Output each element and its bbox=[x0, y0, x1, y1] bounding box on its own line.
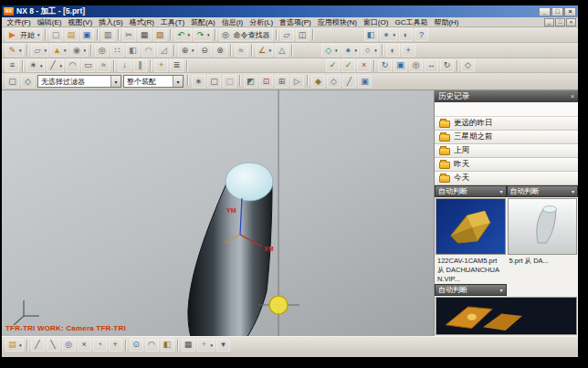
curve-snap-icon[interactable]: ◠ bbox=[145, 339, 159, 352]
cascade-windows-icon[interactable]: ◫ bbox=[296, 28, 310, 41]
fit-view-icon[interactable]: ▣ bbox=[394, 59, 407, 72]
zoom-icon[interactable]: ◎ bbox=[409, 59, 423, 72]
history-folder-row[interactable]: 更远的昨日 bbox=[435, 117, 578, 131]
mdi-restore-button[interactable]: □ bbox=[555, 18, 565, 26]
rectangle-icon[interactable]: ▭ bbox=[81, 59, 95, 72]
point-icon[interactable]: ∗▾ bbox=[26, 59, 45, 72]
undo-icon[interactable]: ↶▾ bbox=[174, 28, 193, 41]
ok-check-icon[interactable]: ✓ bbox=[326, 59, 340, 72]
menu-item[interactable]: 格式(R) bbox=[126, 17, 157, 27]
hole-icon[interactable]: ◎ bbox=[95, 44, 109, 57]
graphics-viewport[interactable]: YM XM TFR-TRI WORK: Camera TFR-TRI bbox=[2, 90, 435, 336]
new-file-icon[interactable]: ▢ bbox=[49, 28, 63, 41]
print-icon[interactable]: ▥ bbox=[101, 28, 115, 41]
sweep-icon[interactable]: ≈ bbox=[235, 44, 248, 57]
chamfer-icon[interactable]: ◿ bbox=[157, 44, 171, 57]
shell-icon[interactable]: ◧ bbox=[126, 44, 140, 57]
deselect-all-icon[interactable]: ▢ bbox=[223, 75, 236, 88]
menu-item[interactable]: 文件(F) bbox=[4, 17, 34, 27]
menu-item[interactable]: 窗口(O) bbox=[360, 17, 392, 27]
datum-plane-icon[interactable]: ▱▾ bbox=[31, 44, 49, 57]
cancel-icon[interactable]: × bbox=[357, 59, 371, 72]
project-curve-icon[interactable]: ↓ bbox=[118, 59, 131, 72]
show-hide-icon[interactable]: ◐ bbox=[399, 28, 413, 41]
arc-icon[interactable]: ◠ bbox=[66, 59, 79, 72]
snap-endpoint-icon[interactable]: ╱ bbox=[31, 339, 45, 352]
offset-curve-icon[interactable]: ∥ bbox=[133, 59, 147, 72]
history-left-combo[interactable]: 自动判断 bbox=[435, 185, 507, 197]
perspective-icon[interactable]: ◇ bbox=[461, 59, 475, 72]
snap-midpoint-icon[interactable]: ╲ bbox=[47, 339, 60, 352]
command-finder-button[interactable]: ◎命令查找器 bbox=[219, 28, 273, 41]
history-folder-row[interactable]: 三星期之前 bbox=[435, 131, 578, 144]
show-hide-objects-icon[interactable]: ◐ bbox=[386, 44, 400, 57]
snap-quadrant-icon[interactable]: ◔ bbox=[93, 339, 107, 352]
edge-filter-icon[interactable]: ╱ bbox=[342, 75, 356, 88]
surface-snap-icon[interactable]: ◧ bbox=[161, 339, 174, 352]
crossing-window-icon[interactable]: ⊞ bbox=[275, 75, 289, 88]
history-item-thumbnail[interactable] bbox=[436, 198, 506, 255]
history-panel-header[interactable]: 历史记录 × bbox=[435, 90, 578, 102]
layer-settings-icon[interactable]: ≣ bbox=[170, 59, 184, 72]
rendering-style-icon[interactable]: ●▾ bbox=[341, 44, 360, 57]
menu-item[interactable]: 编辑(E) bbox=[34, 17, 65, 27]
open-file-icon[interactable]: ▤ bbox=[65, 28, 79, 41]
selection-filter-combo[interactable]: 无选择过滤器 bbox=[37, 75, 121, 88]
wireframe-icon[interactable]: ○▾ bbox=[361, 44, 379, 57]
history-folder-row[interactable]: 今天 bbox=[435, 172, 578, 185]
wcs-dynamics-icon[interactable]: +▾ bbox=[197, 339, 215, 352]
close-button[interactable]: × bbox=[564, 7, 576, 16]
combo-arrow-icon[interactable] bbox=[173, 76, 183, 87]
menu-item[interactable]: 应用模块(N) bbox=[314, 17, 360, 27]
history-right-combo[interactable]: 自动判断 bbox=[507, 185, 579, 197]
snap-point-toggle-icon[interactable]: ∗ bbox=[192, 75, 205, 88]
view-orient-icon[interactable]: ◇▾ bbox=[321, 44, 340, 57]
menu-item[interactable]: 帮助(H) bbox=[431, 17, 462, 27]
menu-item[interactable]: 视图(V) bbox=[65, 17, 96, 27]
revolve-icon[interactable]: ◉▾ bbox=[70, 44, 89, 57]
mdi-close-button[interactable]: × bbox=[566, 18, 576, 26]
menu-item[interactable]: 插入(S) bbox=[96, 17, 127, 27]
extrude-icon[interactable]: ▲▾ bbox=[50, 44, 68, 57]
combo-arrow-icon[interactable] bbox=[110, 76, 121, 87]
face-filter-icon[interactable]: ◇ bbox=[327, 75, 341, 88]
help-icon[interactable]: ? bbox=[415, 28, 428, 41]
move-object-icon[interactable]: + bbox=[402, 44, 415, 57]
mdi-minimize-button[interactable]: _ bbox=[544, 18, 554, 26]
pattern-feature-icon[interactable]: ∷ bbox=[110, 44, 124, 57]
more-snap-options-icon[interactable]: ▾ bbox=[216, 339, 230, 352]
snap-center-icon[interactable]: ◎ bbox=[62, 339, 76, 352]
history-close-icon[interactable]: × bbox=[571, 93, 574, 100]
unite-icon[interactable]: ⊕▾ bbox=[178, 44, 196, 57]
snap-intersection-icon[interactable]: × bbox=[78, 339, 91, 352]
copy-icon[interactable]: ▦ bbox=[138, 28, 152, 41]
edge-blend-icon[interactable]: ◠ bbox=[142, 44, 155, 57]
menu-item[interactable]: GC工具箱 bbox=[392, 17, 431, 27]
redo-icon[interactable]: ↷▾ bbox=[194, 28, 212, 41]
history-item-thumbnail[interactable] bbox=[508, 198, 578, 255]
measure-icon[interactable]: ∠▾ bbox=[256, 44, 274, 57]
start-button[interactable]: ▶开始▾ bbox=[5, 28, 42, 41]
selection-type-icon[interactable]: ▢ bbox=[5, 75, 19, 88]
history-folder-row[interactable]: 上周 bbox=[435, 144, 578, 158]
menu-item[interactable]: 信息(I) bbox=[218, 17, 247, 27]
history-folder-row[interactable]: 昨天 bbox=[435, 158, 578, 172]
menu-toggle-icon[interactable]: ≡ bbox=[5, 59, 19, 72]
deviation-icon[interactable]: △ bbox=[275, 44, 289, 57]
new-window-icon[interactable]: ▱ bbox=[280, 28, 294, 41]
save-icon[interactable]: ▣ bbox=[80, 28, 94, 41]
pan-icon[interactable]: ↔ bbox=[425, 59, 438, 72]
create-folder-icon[interactable]: ▤▾ bbox=[5, 339, 24, 352]
history-item-thumbnail[interactable] bbox=[436, 297, 577, 335]
wcs-icon[interactable]: + bbox=[154, 59, 168, 72]
solid-body-filter-icon[interactable]: ◆ bbox=[311, 75, 325, 88]
paste-icon[interactable]: ▧ bbox=[153, 28, 167, 41]
cone-part[interactable] bbox=[188, 163, 273, 336]
maximize-button[interactable]: □ bbox=[551, 7, 563, 16]
menu-item[interactable]: 分析(L) bbox=[247, 17, 277, 27]
apply-check-icon[interactable]: ✓ bbox=[341, 59, 355, 72]
selection-scope-icon[interactable]: ◇ bbox=[21, 75, 35, 88]
split-screen-icon[interactable]: ◧ bbox=[364, 28, 378, 41]
minimize-button[interactable]: _ bbox=[539, 7, 551, 16]
line-icon[interactable]: ╱▾ bbox=[47, 59, 65, 72]
